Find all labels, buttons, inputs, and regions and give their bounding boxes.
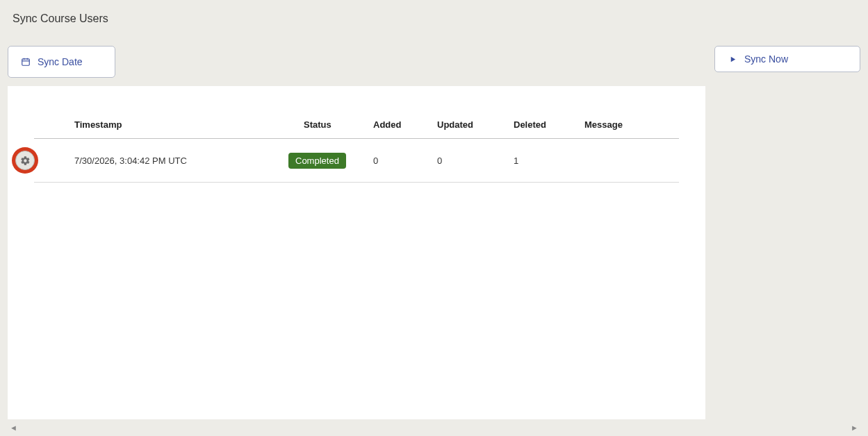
scroll-left-icon: ◄ [10, 424, 17, 432]
calendar-icon [21, 57, 31, 67]
toolbar: Sync Date Sync Now [0, 25, 868, 86]
sync-now-label: Sync Now [744, 53, 788, 65]
cell-added: 0 [369, 139, 433, 183]
status-badge: Completed [288, 153, 346, 169]
cell-updated: 0 [433, 139, 509, 183]
header-message: Message [580, 112, 679, 139]
svg-marker-4 [730, 56, 735, 61]
results-panel: Timestamp Status Added Updated Deleted M… [8, 86, 705, 419]
sync-results-table: Timestamp Status Added Updated Deleted M… [34, 112, 679, 183]
play-icon [728, 54, 737, 64]
svg-rect-0 [22, 59, 30, 65]
sync-now-button[interactable]: Sync Now [714, 46, 860, 72]
header-added: Added [369, 112, 433, 139]
header-timestamp: Timestamp [70, 112, 300, 139]
header-deleted: Deleted [509, 112, 580, 139]
header-spacer [34, 112, 70, 139]
cell-timestamp: 7/30/2026, 3:04:42 PM UTC [70, 139, 300, 183]
scroll-right-icon: ► [851, 424, 858, 432]
table-row: 7/30/2026, 3:04:42 PM UTC Completed 0 0 … [34, 139, 679, 183]
gear-icon [15, 151, 35, 170]
cell-status: Completed [300, 139, 369, 183]
horizontal-scroll-indicator: ◄ ► [10, 424, 858, 432]
row-action-badge[interactable] [12, 147, 38, 174]
sync-date-button[interactable]: Sync Date [8, 46, 115, 78]
cell-icon [34, 139, 70, 183]
cell-deleted: 1 [509, 139, 580, 183]
page-title: Sync Course Users [0, 0, 868, 25]
sync-date-label: Sync Date [38, 56, 83, 67]
header-status: Status [300, 112, 369, 139]
header-updated: Updated [433, 112, 509, 139]
cell-message [580, 139, 679, 183]
table-header-row: Timestamp Status Added Updated Deleted M… [34, 112, 679, 139]
